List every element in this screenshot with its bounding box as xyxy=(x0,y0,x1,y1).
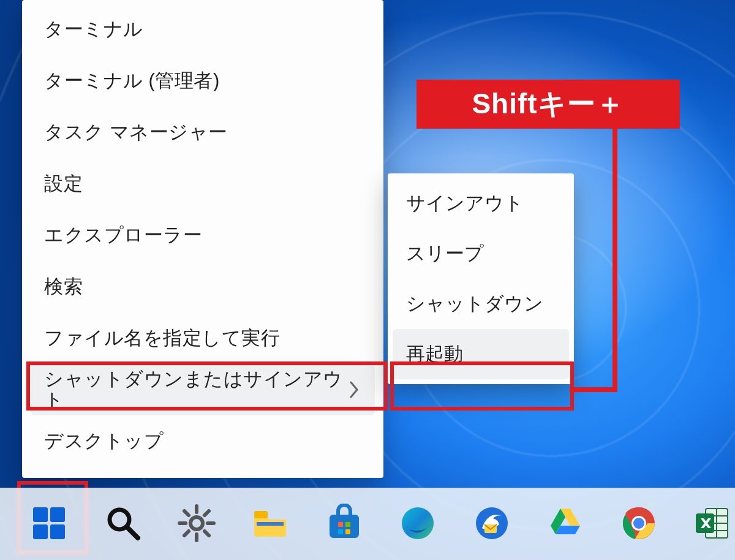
submenu-item-label: 再起動 xyxy=(406,341,463,367)
store-button[interactable] xyxy=(322,502,366,547)
chrome-button[interactable] xyxy=(617,502,661,547)
menu-item-label: エクスプローラー xyxy=(44,225,202,246)
thunderbird-button[interactable] xyxy=(469,502,513,547)
svg-line-13 xyxy=(205,511,209,515)
svg-rect-0 xyxy=(33,507,48,522)
svg-rect-20 xyxy=(338,529,343,534)
gear-icon xyxy=(177,504,216,545)
svg-rect-17 xyxy=(330,515,359,538)
menu-item-label: タスク マネージャー xyxy=(44,122,228,143)
search-button[interactable] xyxy=(100,502,145,547)
submenu-item-label: スリープ xyxy=(406,241,484,267)
googledrive-icon xyxy=(546,504,585,545)
chevron-right-icon xyxy=(349,381,359,398)
svg-rect-3 xyxy=(50,524,65,539)
svg-point-27 xyxy=(633,518,644,529)
menu-item-label: デスクトップ xyxy=(44,431,164,452)
svg-line-11 xyxy=(184,511,189,515)
svg-rect-18 xyxy=(338,522,343,527)
explorer-button[interactable] xyxy=(248,502,292,547)
edge-icon xyxy=(398,504,437,545)
menu-item-label: シャットダウンまたはサインアウト xyxy=(44,369,361,411)
callout-shift-key: Shiftキー＋ xyxy=(417,80,680,129)
svg-point-22 xyxy=(402,507,434,539)
submenu-item-sleep[interactable]: スリープ xyxy=(393,229,569,279)
svg-point-6 xyxy=(190,517,203,529)
edge-button[interactable] xyxy=(396,502,440,547)
submenu-item-restart[interactable]: 再起動 xyxy=(393,329,569,379)
submenu-item-shutdown[interactable]: シャットダウン xyxy=(393,279,569,329)
start-button[interactable] xyxy=(27,502,71,547)
menu-item-terminal-admin[interactable]: ターミナル (管理者) xyxy=(31,55,375,107)
menu-item-label: ターミナル xyxy=(44,19,143,40)
folder-icon xyxy=(251,504,290,545)
excel-icon xyxy=(693,504,733,545)
quick-link-menu: ターミナル ターミナル (管理者) タスク マネージャー 設定 エクスプローラー… xyxy=(22,0,383,478)
menu-item-explorer[interactable]: エクスプローラー xyxy=(31,210,375,261)
windows-icon xyxy=(29,504,69,545)
submenu-item-label: シャットダウン xyxy=(406,291,543,317)
power-submenu: サインアウト スリープ シャットダウン 再起動 xyxy=(388,173,574,384)
svg-rect-2 xyxy=(33,524,48,539)
menu-item-task-manager[interactable]: タスク マネージャー xyxy=(31,107,375,158)
settings-button[interactable] xyxy=(175,502,219,547)
taskbar xyxy=(0,488,735,560)
submenu-item-label: サインアウト xyxy=(406,191,524,216)
svg-line-14 xyxy=(184,531,189,535)
svg-rect-21 xyxy=(345,529,350,534)
thunderbird-icon xyxy=(472,504,511,545)
chrome-icon xyxy=(619,504,658,545)
menu-item-label: 設定 xyxy=(44,173,83,194)
menu-item-label: 検索 xyxy=(44,276,83,297)
svg-line-5 xyxy=(128,528,138,538)
menu-item-search[interactable]: 検索 xyxy=(31,261,375,312)
menu-item-settings[interactable]: 設定 xyxy=(31,158,375,210)
menu-item-desktop[interactable]: デスクトップ xyxy=(31,415,375,467)
svg-rect-16 xyxy=(257,522,284,526)
svg-rect-15 xyxy=(254,511,268,518)
svg-rect-19 xyxy=(345,522,350,527)
svg-line-12 xyxy=(205,531,209,535)
menu-item-run[interactable]: ファイル名を指定して実行 xyxy=(31,312,375,364)
menu-item-label: ターミナル (管理者) xyxy=(44,70,220,91)
callout-text: Shiftキー＋ xyxy=(472,85,624,123)
menu-item-label: ファイル名を指定して実行 xyxy=(44,328,280,349)
submenu-item-signout[interactable]: サインアウト xyxy=(393,178,569,229)
svg-rect-1 xyxy=(50,507,65,522)
excel-button[interactable] xyxy=(691,502,735,547)
menu-item-terminal[interactable]: ターミナル xyxy=(31,4,375,55)
drive-button[interactable] xyxy=(543,502,587,547)
search-icon xyxy=(104,504,143,545)
menu-item-shutdown-signout[interactable]: シャットダウンまたはサインアウト xyxy=(31,364,375,415)
store-icon xyxy=(325,504,364,545)
